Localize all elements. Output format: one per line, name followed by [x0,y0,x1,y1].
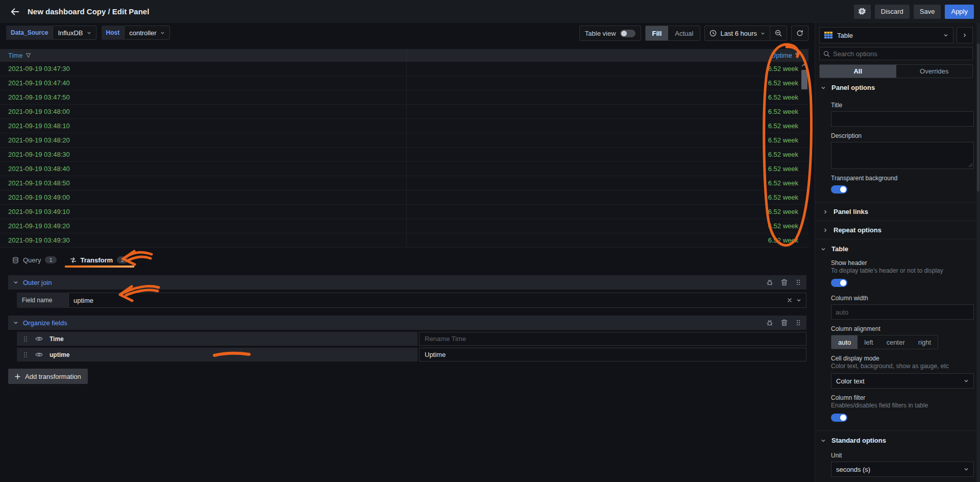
panel-title-input[interactable] [831,111,974,127]
save-button[interactable]: Save [914,5,941,19]
field-name-select[interactable] [68,293,806,308]
alignment-left[interactable]: left [857,335,879,349]
show-header-toggle[interactable] [831,279,847,287]
column-alignment-label: Column alignment [831,325,974,332]
add-transformation-button[interactable]: Add transformation [8,369,88,384]
refresh-button[interactable] [792,26,808,40]
cell-time: 2021-09-19 03:48:40 [0,162,407,176]
field-name-input[interactable] [74,297,783,304]
cell-time: 2021-09-19 03:49:10 [0,205,407,219]
unit-select[interactable]: seconds (s) [831,462,974,477]
outer-join-field-row: Field name [17,293,806,308]
chevron-down-icon [821,438,826,443]
tab-transform[interactable]: Transform 2 [70,252,129,268]
trash-icon[interactable] [781,279,788,286]
resize-handle-icon[interactable] [968,163,973,167]
section-standard-options[interactable]: Standard options [815,430,980,449]
refresh-icon [796,30,803,37]
collapse-options-button[interactable] [957,27,973,43]
panel-links-section[interactable]: Panel links [815,202,980,221]
options-tab-overrides[interactable]: Overrides [896,65,973,78]
zoom-out-button[interactable] [770,26,787,40]
table-row: 2021-09-19 03:49:106.52 week [0,205,808,219]
chevron-right-icon [962,33,967,38]
clear-x-icon[interactable] [787,298,792,303]
apply-button[interactable]: Apply [945,5,974,19]
variable-datasource-dropdown[interactable]: InfluxDB [53,26,96,40]
alignment-center[interactable]: center [880,335,912,349]
sidebar-scrollbar[interactable] [976,23,980,482]
cell-display-select[interactable]: Color text [831,373,974,389]
drag-handle-icon[interactable] [795,319,801,326]
table-viz-icon [824,32,832,39]
chevron-down-icon [13,320,18,325]
alignment-auto[interactable]: auto [831,335,857,349]
tab-query[interactable]: Query 1 [12,252,57,268]
chevron-down-icon [821,85,826,90]
cell-uptime: 6.52 week [768,148,808,161]
tab-transform-label: Transform [81,256,113,264]
drag-handle-icon[interactable] [795,279,801,286]
eye-icon[interactable] [35,336,43,342]
drag-handle-icon[interactable] [22,351,29,358]
organize-fields-header[interactable]: Organize fields [8,316,806,330]
chevron-down-icon [964,467,969,472]
repeat-options-section[interactable]: Repeat options [815,221,980,239]
discard-button[interactable]: Discard [875,5,910,19]
transparent-bg-toggle[interactable] [831,185,847,194]
chevron-down-icon[interactable] [796,298,801,303]
filter-icon[interactable] [795,53,800,58]
chevron-down-icon [821,247,826,252]
table-view-toggle[interactable] [620,30,635,37]
column-filter-label: Column filter [831,394,974,401]
panel-description-textarea[interactable] [831,142,974,169]
sidebar-scrollbar-thumb[interactable] [977,43,979,191]
filter-icon[interactable] [26,53,31,58]
clock-icon [709,30,717,37]
unit-label: Unit [831,452,974,459]
cell-time: 2021-09-19 03:48:30 [0,148,407,161]
chevron-right-icon [823,209,828,214]
table-scrollbar-thumb[interactable] [801,70,807,89]
viz-picker-row: Table [815,23,980,43]
cell-uptime: 6.52 week [768,205,808,219]
variable-host-dropdown[interactable]: controller [124,26,169,40]
table-body: 2021-09-19 03:47:306.52 week2021-09-19 0… [0,62,808,248]
debug-bug-icon[interactable] [766,279,773,286]
table-row: 2021-09-19 03:48:106.52 week [0,119,808,133]
rename-input-uptime[interactable] [419,348,806,362]
column-filter-toggle[interactable] [831,414,847,422]
options-search[interactable] [819,47,973,60]
column-header-time[interactable]: Time [0,49,407,62]
rename-input-time[interactable] [419,332,806,346]
section-standard-options-title: Standard options [831,437,886,444]
column-width-input[interactable] [831,304,974,320]
back-button[interactable] [6,3,23,20]
drag-handle-icon[interactable] [22,335,29,343]
options-tab-all[interactable]: All [820,65,896,78]
organize-fields-title: Organize fields [23,319,67,327]
search-icon [823,51,830,57]
viz-picker[interactable]: Table [819,27,953,43]
outer-join-header[interactable]: Outer join [8,275,806,290]
cell-time: 2021-09-19 03:47:30 [0,62,407,76]
time-range-picker[interactable]: Last 6 hours [705,26,770,40]
section-table[interactable]: Table [815,239,980,257]
options-search-input[interactable] [833,50,969,58]
cell-display-group: Cell display mode Color text, background… [815,355,980,389]
cell-time: 2021-09-19 03:48:20 [0,133,407,147]
title-field-group: Title [815,102,980,127]
actual-button[interactable]: Actual [668,26,700,40]
eye-icon[interactable] [35,352,43,357]
debug-bug-icon[interactable] [766,319,773,326]
cell-uptime: 6.52 week [768,233,808,247]
plus-icon [15,374,20,379]
scroll-up-icon[interactable] [801,63,807,67]
panel-settings-button[interactable] [854,5,871,19]
fill-button[interactable]: Fill [646,26,669,40]
trash-icon[interactable] [781,319,788,326]
section-panel-options[interactable]: Panel options [815,78,980,96]
alignment-right[interactable]: right [912,335,938,349]
column-header-uptime[interactable]: Uptime [771,52,808,59]
cell-time: 2021-09-19 03:48:00 [0,105,407,118]
